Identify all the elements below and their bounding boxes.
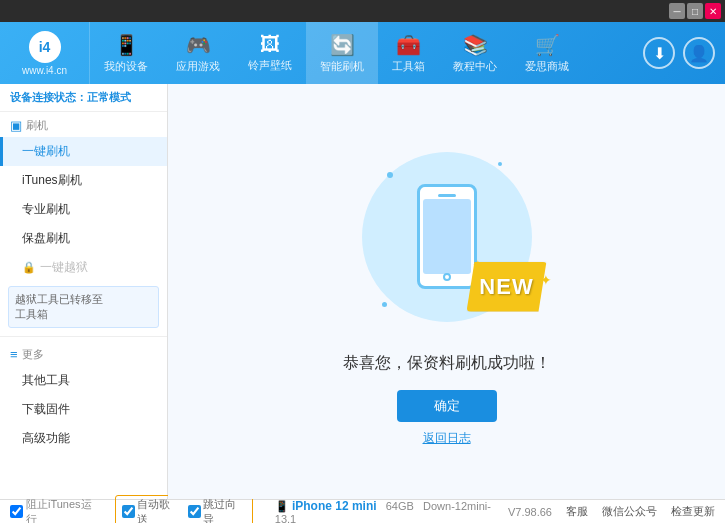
nav-my-device-label: 我的设备 bbox=[104, 59, 148, 74]
flash-section-label: 刷机 bbox=[26, 118, 48, 133]
lock-icon: 🔒 bbox=[22, 261, 36, 274]
nav-tutorials-label: 教程中心 bbox=[453, 59, 497, 74]
sidebar-one-click-flash[interactable]: 一键刷机 bbox=[0, 137, 167, 166]
version-label: V7.98.66 bbox=[508, 506, 552, 518]
nav-tools[interactable]: 🧰 工具箱 bbox=[378, 22, 439, 84]
nav-smart-flash-label: 智能刷机 bbox=[320, 59, 364, 74]
nav-smart-flash[interactable]: 🔄 智能刷机 bbox=[306, 22, 378, 84]
new-badge: NEW ✦ ✦ bbox=[467, 262, 547, 317]
auto-send-label: 自动歌送 bbox=[137, 497, 180, 524]
disabled-label: 一键越狱 bbox=[40, 259, 88, 276]
update-link[interactable]: 检查更新 bbox=[671, 504, 715, 519]
tutorials-icon: 📚 bbox=[463, 33, 488, 57]
titlebar: ─ □ ✕ bbox=[0, 0, 725, 22]
sidebar-download-firmware[interactable]: 下载固件 bbox=[0, 395, 167, 424]
nav-right-actions: ⬇ 👤 bbox=[633, 22, 725, 84]
device-info: 📱 iPhone 12 mini 64GB Down-12mini-13,1 bbox=[275, 499, 508, 524]
sidebar-itunes-flash[interactable]: iTunes刷机 bbox=[0, 166, 167, 195]
itunes-label: 阻止iTunes运行 bbox=[26, 497, 101, 524]
tools-icon: 🧰 bbox=[396, 33, 421, 57]
close-button[interactable]: ✕ bbox=[705, 3, 721, 19]
sidebar-other-tools[interactable]: 其他工具 bbox=[0, 366, 167, 395]
nav-wallpaper[interactable]: 🖼 铃声壁纸 bbox=[234, 22, 306, 84]
nav-wallpaper-label: 铃声壁纸 bbox=[248, 58, 292, 73]
wechat-link[interactable]: 微信公众号 bbox=[602, 504, 657, 519]
maximize-button[interactable]: □ bbox=[687, 3, 703, 19]
nav-store[interactable]: 🛒 爱思商城 bbox=[511, 22, 583, 84]
device-storage: 64GB bbox=[386, 500, 414, 512]
nav-apps-games-label: 应用游戏 bbox=[176, 59, 220, 74]
back-link[interactable]: 返回日志 bbox=[423, 430, 471, 447]
connection-status: 设备连接状态：正常模式 bbox=[0, 84, 167, 112]
phone-speaker bbox=[438, 194, 456, 197]
nav-store-label: 爱思商城 bbox=[525, 59, 569, 74]
bottom-bar: 阻止iTunes运行 自动歌送 跳过向导 📱 iPhone 12 mini 64… bbox=[0, 499, 725, 523]
logo-area: i4 www.i4.cn bbox=[0, 22, 90, 84]
info-line2: 工具箱 bbox=[15, 307, 152, 322]
auto-send-checkbox-label[interactable]: 自动歌送 bbox=[122, 497, 180, 524]
my-device-icon: 📱 bbox=[114, 33, 139, 57]
bottom-right-section: V7.98.66 客服 微信公众号 检查更新 bbox=[508, 504, 715, 519]
dot3 bbox=[382, 302, 387, 307]
phone-home-btn bbox=[443, 273, 451, 281]
new-text: NEW bbox=[479, 274, 533, 300]
header: i4 www.i4.cn 📱 我的设备 🎮 应用游戏 🖼 铃声壁纸 🔄 智能刷机… bbox=[0, 22, 725, 84]
sidebar-disabled-jailbreak: 🔒 一键越狱 bbox=[0, 253, 167, 282]
skip-wizard-label: 跳过向导 bbox=[203, 497, 246, 524]
nav-items: 📱 我的设备 🎮 应用游戏 🖼 铃声壁纸 🔄 智能刷机 🧰 工具箱 📚 教程中心… bbox=[90, 22, 633, 84]
flash-section-icon: ▣ bbox=[10, 118, 22, 133]
status-label: 设备连接状态： bbox=[10, 91, 87, 103]
nav-my-device[interactable]: 📱 我的设备 bbox=[90, 22, 162, 84]
sidebar-info-box: 越狱工具已转移至 工具箱 bbox=[8, 286, 159, 328]
itunes-flash-label: iTunes刷机 bbox=[22, 173, 82, 187]
nav-tutorials[interactable]: 📚 教程中心 bbox=[439, 22, 511, 84]
sidebar-pro-flash[interactable]: 专业刷机 bbox=[0, 195, 167, 224]
sidebar-divider bbox=[0, 336, 167, 337]
main-container: 设备连接状态：正常模式 ▣ 刷机 一键刷机 iTunes刷机 专业刷机 保盘刷机… bbox=[0, 84, 725, 499]
flash-section-header: ▣ 刷机 bbox=[0, 112, 167, 137]
phone-screen bbox=[423, 199, 471, 274]
itunes-checkbox[interactable] bbox=[10, 505, 23, 518]
sidebar-advanced[interactable]: 高级功能 bbox=[0, 424, 167, 453]
itunes-status: 阻止iTunes运行 bbox=[10, 497, 101, 524]
confirm-button[interactable]: 确定 bbox=[397, 390, 497, 422]
service-link[interactable]: 客服 bbox=[566, 504, 588, 519]
more-section-header: ≡ 更多 bbox=[0, 341, 167, 366]
user-button[interactable]: 👤 bbox=[683, 37, 715, 69]
one-click-flash-label: 一键刷机 bbox=[22, 144, 70, 158]
success-message: 恭喜您，保资料刷机成功啦！ bbox=[343, 353, 551, 374]
minimize-button[interactable]: ─ bbox=[669, 3, 685, 19]
smart-flash-icon: 🔄 bbox=[330, 33, 355, 57]
nav-tools-label: 工具箱 bbox=[392, 59, 425, 74]
sidebar-save-flash[interactable]: 保盘刷机 bbox=[0, 224, 167, 253]
illustration: NEW ✦ ✦ bbox=[347, 137, 547, 337]
dot1 bbox=[387, 172, 393, 178]
download-button[interactable]: ⬇ bbox=[643, 37, 675, 69]
store-icon: 🛒 bbox=[535, 33, 560, 57]
wallpaper-icon: 🖼 bbox=[260, 33, 280, 56]
auto-send-checkbox[interactable] bbox=[122, 505, 135, 518]
sparkle2-icon: ✦ bbox=[540, 272, 552, 288]
download-firmware-label: 下载固件 bbox=[22, 402, 70, 416]
more-section-icon: ≡ bbox=[10, 347, 18, 362]
status-value: 正常模式 bbox=[87, 91, 131, 103]
skip-wizard-checkbox-label[interactable]: 跳过向导 bbox=[188, 497, 246, 524]
content-area: NEW ✦ ✦ 恭喜您，保资料刷机成功啦！ 确定 返回日志 bbox=[168, 84, 725, 499]
apps-games-icon: 🎮 bbox=[186, 33, 211, 57]
save-flash-label: 保盘刷机 bbox=[22, 231, 70, 245]
device-name: iPhone 12 mini bbox=[292, 499, 377, 513]
sparkle1-icon: ✦ bbox=[472, 257, 484, 273]
logo-icon: i4 bbox=[29, 31, 61, 63]
nav-apps-games[interactable]: 🎮 应用游戏 bbox=[162, 22, 234, 84]
more-section-label: 更多 bbox=[22, 347, 44, 362]
skip-wizard-checkbox[interactable] bbox=[188, 505, 201, 518]
dot2 bbox=[498, 162, 502, 166]
pro-flash-label: 专业刷机 bbox=[22, 202, 70, 216]
other-tools-label: 其他工具 bbox=[22, 373, 70, 387]
logo-subtitle: www.i4.cn bbox=[22, 65, 67, 76]
info-line1: 越狱工具已转移至 bbox=[15, 292, 152, 307]
advanced-label: 高级功能 bbox=[22, 431, 70, 445]
sidebar: 设备连接状态：正常模式 ▣ 刷机 一键刷机 iTunes刷机 专业刷机 保盘刷机… bbox=[0, 84, 168, 499]
